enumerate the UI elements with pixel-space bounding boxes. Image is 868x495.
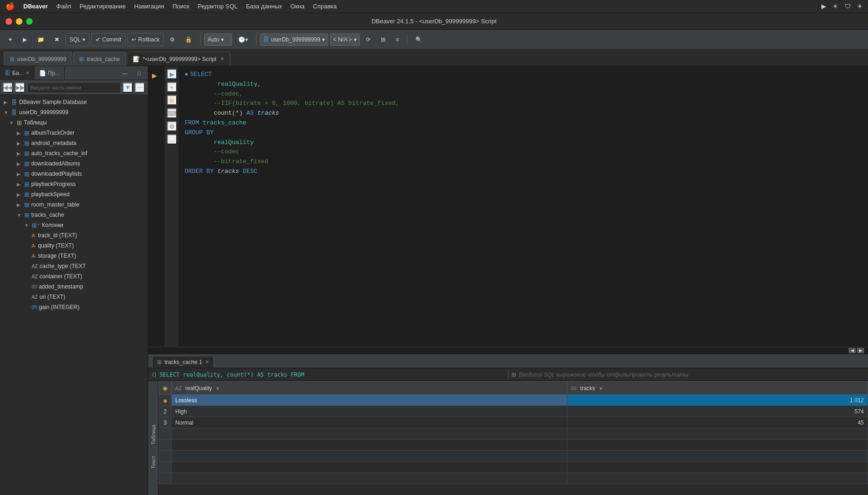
tree-item-col-gain[interactable]: 09 gain (INTEGER): [0, 302, 148, 312]
tree-item-col-added[interactable]: 09 added_timestamp: [0, 282, 148, 292]
sql-code-content[interactable]: ● SELECT realQuality, --codec, --IIF(bit…: [179, 66, 868, 347]
tab-script[interactable]: 📝 *<userDb_999999999> Script ✕: [127, 52, 230, 66]
menu-sql-editor[interactable]: Редактор SQL: [198, 3, 238, 10]
hscroll-buttons[interactable]: ◀ ▶: [848, 348, 864, 353]
sidebar-tab-db-close[interactable]: ✕: [26, 70, 29, 76]
schema-dropdown[interactable]: < N/A > ▾: [330, 34, 360, 46]
close-button[interactable]: [6, 18, 12, 25]
hscroll-left[interactable]: ◀: [848, 348, 856, 353]
menu-edit[interactable]: Редактирование: [80, 3, 126, 10]
nav-back-btn[interactable]: ◀◀: [3, 82, 13, 93]
explain-btn[interactable]: ⊞: [167, 95, 177, 105]
sql-button[interactable]: SQL ▾: [65, 33, 90, 46]
filter-btn[interactable]: ▼: [123, 82, 133, 93]
menu-file[interactable]: Файл: [56, 3, 71, 10]
sidebar-minimize-btn[interactable]: —: [118, 67, 131, 80]
more-options-btn[interactable]: …: [167, 134, 177, 144]
app-name[interactable]: DBeaver: [23, 3, 48, 10]
result-tab-tracks-cache[interactable]: ⊞ tracks_cache 1 ✕: [152, 356, 214, 368]
th-tracks[interactable]: 09 tracks ▼: [567, 382, 868, 395]
traffic-lights[interactable]: [6, 18, 33, 25]
tree-item-auto-tracks[interactable]: ▶ ⊞ auto_tracks_cache_inf: [0, 148, 148, 158]
tree-item-col-cache-type[interactable]: AZ cache_type (TEXT: [0, 261, 148, 271]
row-3-realquality[interactable]: Normal: [172, 417, 567, 428]
tab-userdb[interactable]: ⊞ userDb_999999999: [4, 52, 72, 66]
data-table-wrapper[interactable]: ◉ AZ realQuality ▼ 09 tracks: [158, 381, 868, 495]
hscroll-right[interactable]: ▶: [857, 348, 864, 353]
table-row[interactable]: 3 Normal 45: [159, 417, 868, 428]
th-realquality[interactable]: AZ realQuality ▼: [172, 382, 567, 395]
tab-tracks-cache[interactable]: ⊞ tracks_cache: [73, 52, 126, 66]
tree-item-userdb[interactable]: ▼ 🗄 userDb_999999999: [0, 107, 148, 117]
separator-1: [200, 34, 200, 45]
menu-search[interactable]: Поиск: [172, 3, 189, 10]
table-row[interactable]: ◉ Lossless 1 012: [159, 395, 868, 406]
table-row[interactable]: 2 High 574: [159, 406, 868, 417]
sidebar-maximize-btn[interactable]: □: [133, 67, 145, 80]
terminal-btn[interactable]: ⌨: [167, 108, 177, 118]
run-arrow[interactable]: ▶: [148, 70, 165, 81]
execute-sql-btn[interactable]: ▶: [167, 69, 177, 79]
maximize-button[interactable]: [26, 18, 33, 25]
rollback-button[interactable]: ↩ Rollback: [127, 33, 164, 46]
icon-auto-tracks: ⊞: [24, 150, 29, 157]
th-tracks-type-icon: 09: [571, 385, 577, 391]
menu-help[interactable]: Справка: [313, 3, 337, 10]
menu-navigate[interactable]: Навигация: [134, 3, 164, 10]
more-btn[interactable]: ⋯: [135, 82, 145, 93]
settings-icon-btn[interactable]: ⚙: [165, 33, 179, 46]
tab-script-close[interactable]: ✕: [220, 56, 224, 62]
row-3-tracks[interactable]: 45: [567, 417, 868, 428]
grid-button[interactable]: ⊞: [377, 33, 390, 46]
menu-windows[interactable]: Окна: [290, 3, 304, 10]
tree-item-downloaded-albums[interactable]: ▶ ⊞ downloadedAlbums: [0, 158, 148, 169]
tree-item-col-quality[interactable]: A· quality (TEXT): [0, 241, 148, 251]
tree-item-room-master[interactable]: ▶ ⊞ room_master_table: [0, 199, 148, 210]
new-script-button[interactable]: ✦: [4, 33, 17, 46]
tree-item-android-metadata[interactable]: ▶ ⊞ android_metadata: [0, 138, 148, 148]
th-tracks-sort-icon[interactable]: ▼: [599, 386, 603, 391]
th-realquality-sort-icon[interactable]: ▼: [215, 386, 220, 391]
row-2-tracks[interactable]: 574: [567, 406, 868, 417]
sidebar-tab-pr[interactable]: 📄 Пр...: [34, 66, 65, 80]
icon-albumtrackorder: ⊞: [24, 130, 29, 137]
sidebar-search[interactable]: Введите часть имени: [27, 82, 121, 93]
menu-database[interactable]: База данных: [246, 3, 282, 10]
tree-item-tracks-cache[interactable]: ▼ ⊞ tracks_cache: [0, 210, 148, 220]
open-button[interactable]: 📁: [33, 33, 48, 46]
row-2-realquality[interactable]: High: [172, 406, 567, 417]
apple-menu[interactable]: 🍎: [6, 2, 15, 11]
minimize-button[interactable]: [16, 18, 22, 25]
comment-codec: --codec,: [185, 89, 243, 99]
execute-button[interactable]: ▶: [19, 33, 31, 46]
tree-item-col-storage[interactable]: A· storage (TEXT): [0, 251, 148, 261]
add-row-btn[interactable]: +: [167, 82, 177, 92]
row-1-tracks[interactable]: 1 012: [567, 395, 868, 406]
nav-forward-btn[interactable]: ▶▶: [15, 82, 25, 93]
search-button[interactable]: 🔍: [411, 33, 427, 46]
refresh-button[interactable]: ⟳: [362, 33, 375, 46]
tree-item-playback-speed[interactable]: ▶ ⊞ playbackSpeed: [0, 189, 148, 199]
tree-item-col-container[interactable]: AZ container (TEXT): [0, 271, 148, 282]
row-1-realquality[interactable]: Lossless: [172, 395, 567, 406]
tree-item-playback-progress[interactable]: ▶ ⊞ playbackProgress: [0, 179, 148, 189]
table-view-button[interactable]: ≡: [392, 33, 403, 46]
tree-item-downloaded-playlists[interactable]: ▶ ⊞ downloadedPlaylists: [0, 169, 148, 179]
sql-filter-icon: ⟨⟩: [152, 371, 157, 378]
tree-item-col-uri[interactable]: AZ uri (TEXT): [0, 292, 148, 302]
tree-item-tables[interactable]: ▼ ⊞ Таблицы: [0, 117, 148, 128]
cancel-button[interactable]: ✖: [50, 33, 63, 46]
result-panel: ⊞ tracks_cache 1 ✕ ⟨⟩ SELECT realQuality…: [148, 353, 868, 495]
result-tab-close[interactable]: ✕: [205, 359, 209, 364]
settings-btn[interactable]: ⚙: [167, 121, 177, 131]
tree-item-albumtrackorder[interactable]: ▶ ⊞ albumTrackOrder: [0, 128, 148, 138]
auto-dropdown[interactable]: Auto ▾: [204, 34, 232, 46]
sidebar-tab-db[interactable]: 🗄 Ба... ✕: [0, 66, 34, 80]
tree-item-columns-group[interactable]: ▼ ⊞⁺ Колонки: [0, 220, 148, 230]
tree-item-dbeaver-sample[interactable]: ▶ 🗄 DBeaver Sample Database: [0, 97, 148, 107]
history-button[interactable]: 🕐▾: [234, 33, 252, 46]
commit-button[interactable]: ✔ Commit: [91, 33, 125, 46]
lock-icon-btn[interactable]: 🔒: [181, 33, 196, 46]
tree-item-col-track-id[interactable]: A· track_id (TEXT): [0, 230, 148, 241]
db-dropdown[interactable]: 🗄 userDb_999999999 ▾: [260, 34, 328, 46]
